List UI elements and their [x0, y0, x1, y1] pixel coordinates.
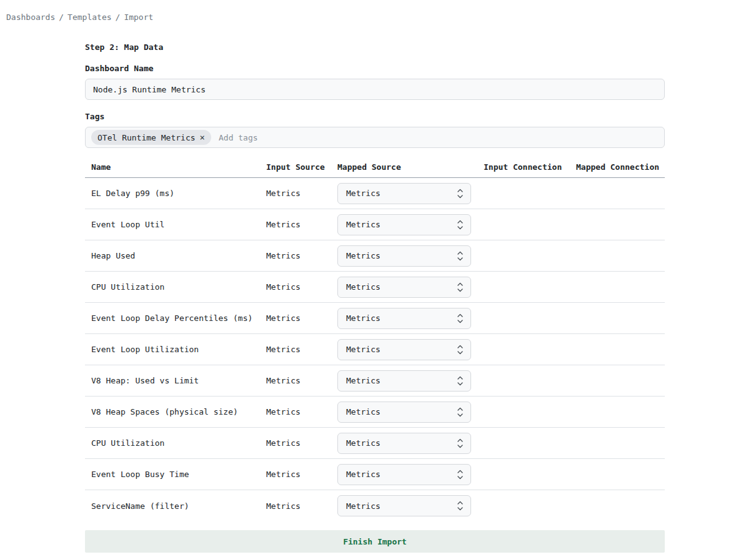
- column-header-mapped-connection: Mapped Connection: [576, 162, 665, 172]
- breadcrumb-item-dashboards[interactable]: Dashboards: [6, 12, 55, 22]
- panel-name-cell: Event Loop Delay Percentiles (ms): [85, 313, 266, 323]
- table-row: Heap Used Metrics Metrics: [85, 240, 665, 272]
- mapped-source-select[interactable]: Metrics: [337, 277, 471, 298]
- mapped-source-cell: Metrics: [337, 339, 484, 360]
- table-row: V8 Heap Spaces (physical size) Metrics M…: [85, 397, 665, 428]
- panel-name-cell: V8 Heap Spaces (physical size): [85, 407, 266, 417]
- mapped-source-select-value: Metrics: [346, 282, 380, 292]
- finish-import-button[interactable]: Finish Import: [85, 530, 665, 553]
- input-source-cell: Metrics: [266, 438, 337, 448]
- mapped-source-select-value: Metrics: [346, 438, 380, 448]
- mapped-source-select-value: Metrics: [346, 189, 380, 198]
- mapped-source-cell: Metrics: [337, 308, 484, 329]
- panel-name-cell: Event Loop Utilization: [85, 345, 266, 354]
- mapped-source-select[interactable]: Metrics: [337, 245, 471, 267]
- chevron-up-down-icon: [457, 313, 463, 323]
- mapped-source-select[interactable]: Metrics: [337, 370, 471, 392]
- chevron-up-down-icon: [457, 220, 463, 230]
- mapped-source-select[interactable]: Metrics: [337, 402, 471, 423]
- mapping-table: Name Input Source Mapped Source Input Co…: [85, 162, 665, 521]
- breadcrumb-item-templates[interactable]: Templates: [67, 12, 111, 22]
- mapped-source-select[interactable]: Metrics: [337, 308, 471, 329]
- mapped-source-select-value: Metrics: [346, 220, 380, 229]
- chevron-up-down-icon: [457, 438, 463, 448]
- panel-name-cell: Event Loop Busy Time: [85, 470, 266, 479]
- mapped-source-cell: Metrics: [337, 433, 484, 454]
- chevron-up-down-icon: [457, 282, 463, 292]
- panel-name-cell: Event Loop Util: [85, 220, 266, 229]
- mapped-source-select[interactable]: Metrics: [337, 183, 471, 204]
- mapped-source-select[interactable]: Metrics: [337, 464, 471, 485]
- table-row: CPU Utilization Metrics Metrics: [85, 428, 665, 459]
- input-source-cell: Metrics: [266, 470, 337, 479]
- dashboard-name-label: Dashboard Name: [85, 64, 665, 73]
- mapped-source-cell: Metrics: [337, 495, 484, 516]
- column-header-name: Name: [85, 162, 266, 172]
- table-row: Event Loop Utilization Metrics Metrics: [85, 334, 665, 365]
- table-row: EL Delay p99 (ms) Metrics Metrics: [85, 178, 665, 209]
- tag-chip-label: OTel Runtime Metrics: [97, 133, 196, 142]
- panel-name-cell: CPU Utilization: [85, 282, 266, 292]
- add-tags-input[interactable]: [217, 132, 659, 143]
- chevron-up-down-icon: [457, 345, 463, 355]
- column-header-input-connection: Input Connection: [484, 162, 576, 172]
- input-source-cell: Metrics: [266, 220, 337, 229]
- input-source-cell: Metrics: [266, 189, 337, 198]
- mapped-source-select-value: Metrics: [346, 376, 380, 385]
- input-source-cell: Metrics: [266, 501, 337, 511]
- table-row: Event Loop Util Metrics Metrics: [85, 209, 665, 240]
- dashboard-name-input[interactable]: [85, 79, 665, 100]
- mapping-table-header: Name Input Source Mapped Source Input Co…: [85, 162, 665, 178]
- input-source-cell: Metrics: [266, 407, 337, 417]
- mapped-source-select-value: Metrics: [346, 345, 380, 354]
- mapped-source-select[interactable]: Metrics: [337, 214, 471, 235]
- panel-name-cell: V8 Heap: Used vs Limit: [85, 376, 266, 385]
- panel-name-cell: ServiceName (filter): [85, 501, 266, 511]
- panel-name-cell: Heap Used: [85, 251, 266, 260]
- mapped-source-cell: Metrics: [337, 245, 484, 267]
- mapped-source-select[interactable]: Metrics: [337, 339, 471, 360]
- mapped-source-select-value: Metrics: [346, 407, 380, 417]
- panel-name-cell: EL Delay p99 (ms): [85, 189, 266, 198]
- input-source-cell: Metrics: [266, 282, 337, 292]
- chevron-up-down-icon: [457, 251, 463, 261]
- table-row: CPU Utilization Metrics Metrics: [85, 272, 665, 303]
- import-wizard-panel: Step 2: Map Data Dashboard Name Tags OTe…: [85, 42, 665, 553]
- chevron-up-down-icon: [457, 189, 463, 199]
- chevron-up-down-icon: [457, 376, 463, 386]
- mapped-source-select-value: Metrics: [346, 470, 380, 479]
- mapped-source-cell: Metrics: [337, 277, 484, 298]
- column-header-mapped-source: Mapped Source: [337, 162, 484, 172]
- input-source-cell: Metrics: [266, 313, 337, 323]
- table-row: Event Loop Delay Percentiles (ms) Metric…: [85, 303, 665, 334]
- breadcrumb-separator: /: [55, 12, 67, 22]
- mapped-source-select-value: Metrics: [346, 313, 380, 323]
- mapped-source-cell: Metrics: [337, 464, 484, 485]
- breadcrumb-separator: /: [112, 12, 124, 22]
- panel-name-cell: CPU Utilization: [85, 438, 266, 448]
- mapped-source-select[interactable]: Metrics: [337, 495, 471, 516]
- remove-tag-icon[interactable]: ×: [200, 133, 205, 142]
- mapped-source-cell: Metrics: [337, 402, 484, 423]
- table-row: V8 Heap: Used vs Limit Metrics Metrics: [85, 365, 665, 397]
- tags-label: Tags: [85, 112, 665, 121]
- input-source-cell: Metrics: [266, 251, 337, 260]
- mapped-source-cell: Metrics: [337, 183, 484, 204]
- tag-chip: OTel Runtime Metrics ×: [91, 130, 211, 145]
- chevron-up-down-icon: [457, 407, 463, 417]
- table-row: ServiceName (filter) Metrics Metrics: [85, 490, 665, 521]
- mapped-source-select-value: Metrics: [346, 251, 380, 260]
- breadcrumb-item-import[interactable]: Import: [124, 12, 153, 22]
- chevron-up-down-icon: [457, 470, 463, 480]
- input-source-cell: Metrics: [266, 376, 337, 385]
- table-row: Event Loop Busy Time Metrics Metrics: [85, 459, 665, 490]
- mapped-source-select[interactable]: Metrics: [337, 433, 471, 454]
- mapped-source-select-value: Metrics: [346, 501, 380, 511]
- mapped-source-cell: Metrics: [337, 214, 484, 235]
- mapped-source-cell: Metrics: [337, 370, 484, 392]
- mapping-table-body: EL Delay p99 (ms) Metrics Metrics Event …: [85, 178, 665, 521]
- input-source-cell: Metrics: [266, 345, 337, 354]
- breadcrumb: Dashboards/Templates/Import: [0, 0, 756, 22]
- tags-field[interactable]: OTel Runtime Metrics ×: [85, 127, 665, 148]
- chevron-up-down-icon: [457, 501, 463, 511]
